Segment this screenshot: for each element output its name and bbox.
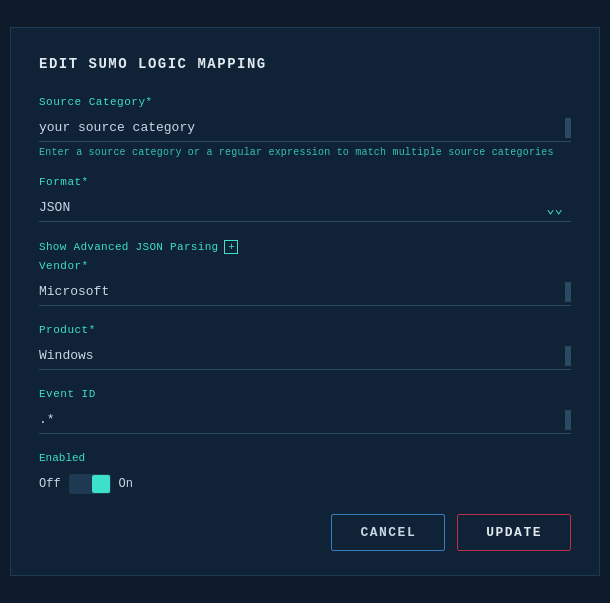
modal-title: EDIT SUMO LOGIC MAPPING bbox=[39, 56, 571, 72]
source-category-input[interactable] bbox=[39, 114, 571, 142]
modal-container: EDIT SUMO LOGIC MAPPING Source Category*… bbox=[10, 27, 600, 576]
event-id-input[interactable] bbox=[39, 406, 571, 434]
product-wrapper bbox=[39, 342, 571, 370]
toggle-on-label: On bbox=[119, 477, 133, 491]
vendor-label: Vendor* bbox=[39, 260, 571, 272]
enabled-label: Enabled bbox=[39, 452, 571, 464]
cancel-button[interactable]: CANCEL bbox=[331, 514, 445, 551]
toggle-thumb bbox=[92, 475, 110, 493]
update-button[interactable]: UPDATE bbox=[457, 514, 571, 551]
vendor-wrapper bbox=[39, 278, 571, 306]
event-id-group: Event ID bbox=[39, 388, 571, 434]
format-select[interactable]: JSON CSV Text bbox=[39, 194, 571, 222]
format-label: Format* bbox=[39, 176, 571, 188]
enabled-section: Enabled Off On bbox=[39, 452, 571, 494]
event-id-label: Event ID bbox=[39, 388, 571, 400]
source-category-group: Source Category* Enter a source category… bbox=[39, 96, 571, 158]
toggle-off-label: Off bbox=[39, 477, 61, 491]
source-category-label: Source Category* bbox=[39, 96, 571, 108]
event-id-wrapper bbox=[39, 406, 571, 434]
source-category-wrapper bbox=[39, 114, 571, 142]
source-category-hint: Enter a source category or a regular exp… bbox=[39, 147, 571, 158]
advanced-json-toggle[interactable]: Show Advanced JSON Parsing + bbox=[39, 240, 571, 254]
product-label: Product* bbox=[39, 324, 571, 336]
advanced-json-label: Show Advanced JSON Parsing bbox=[39, 241, 218, 253]
button-row: CANCEL UPDATE bbox=[39, 514, 571, 551]
product-group: Product* bbox=[39, 324, 571, 370]
format-select-wrapper: JSON CSV Text ⌄⌄ bbox=[39, 194, 571, 222]
vendor-group: Vendor* bbox=[39, 260, 571, 306]
vendor-input[interactable] bbox=[39, 278, 571, 306]
product-input[interactable] bbox=[39, 342, 571, 370]
expand-icon: + bbox=[224, 240, 238, 254]
format-group: Format* JSON CSV Text ⌄⌄ bbox=[39, 176, 571, 222]
enabled-toggle[interactable] bbox=[69, 474, 111, 494]
toggle-row: Off On bbox=[39, 474, 571, 494]
